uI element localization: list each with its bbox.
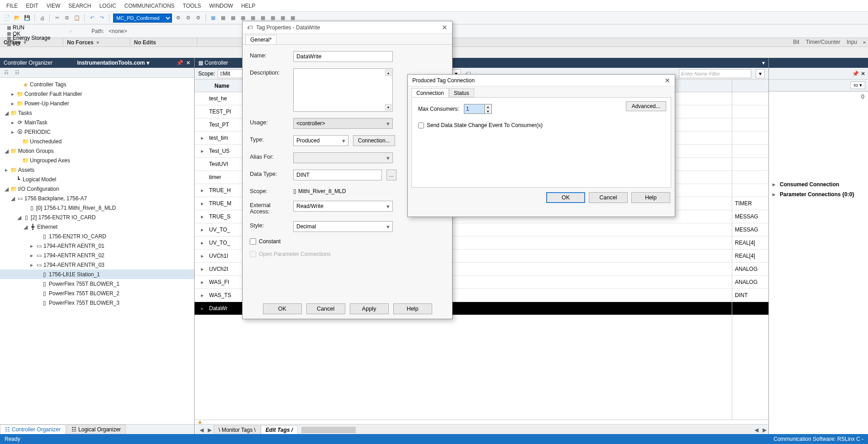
ribbon-timer-counter[interactable]: Timer/Counter [806,39,840,45]
tree-node[interactable]: ▸⟳MainTask [0,118,194,127]
tree-node[interactable]: ◢╋Ethernet [0,222,194,231]
redo-icon[interactable]: ↷ [98,14,105,22]
tab-nav-right-icon[interactable]: ▶ [205,426,214,434]
tab-logical-organizer[interactable]: ☷Logical Organizer [67,425,126,434]
horizontal-scrollbar[interactable] [301,426,752,434]
tree-node[interactable]: ▸▭1794-AENTR AENTR_03 [0,260,194,269]
prop-consumed-connection[interactable]: ▸Consumed Connection [769,179,868,189]
menu-help[interactable]: HELP [241,3,255,9]
ribbon-bit[interactable]: Bit [793,39,799,45]
scroll-up-icon[interactable]: ▴ [385,70,391,76]
open-icon[interactable]: 📂 [14,14,21,22]
help-button[interactable]: Help [631,192,670,203]
tree-node[interactable]: ▸📁Controller Fault Handler [0,89,194,99]
menu-edit[interactable]: EDIT [26,3,38,9]
type-select[interactable]: Produced [293,135,348,146]
menu-logic[interactable]: LOGIC [99,3,116,9]
expand-icon[interactable]: ▸ [10,100,15,107]
undo-icon[interactable]: ↶ [88,14,95,22]
save-icon[interactable]: 💾 [24,14,31,22]
tool-icon[interactable]: ⚙ [195,14,202,22]
state-edits[interactable]: No Edits [130,38,197,47]
chevron-right-icon[interactable]: ▸ [863,39,866,45]
tool-icon[interactable]: ⚙ [175,14,182,22]
prop-dropdown[interactable]: ro ▾ [850,81,865,89]
spin-up-icon[interactable]: ▲ [484,104,491,109]
scope-select[interactable]: ▯ Mit [218,69,245,78]
menu-search[interactable]: SEARCH [68,3,91,9]
expand-icon[interactable]: ▸ [201,292,209,298]
tree-node[interactable]: ◢📁Tasks [0,108,194,118]
expand-icon[interactable]: ▸ [29,243,34,249]
expand-icon[interactable]: ▸ [201,148,209,154]
expand-icon[interactable]: ▸ [201,187,209,194]
chevron-down-icon[interactable]: ▾ [762,60,765,66]
max-consumers-spinner[interactable]: ▲▼ [464,104,492,114]
tab-general[interactable]: General* [245,35,277,44]
close-icon[interactable]: ✕ [186,60,191,66]
ok-button[interactable]: OK [546,192,585,203]
expand-icon[interactable]: ▸ [10,91,15,97]
tree-node[interactable]: ◈Controller Tags [0,80,194,89]
expand-icon[interactable]: ▸ [201,253,209,259]
expand-icon[interactable]: ◢ [4,110,9,116]
tree-node[interactable]: ◢📁Motion Groups [0,146,194,156]
menu-communications[interactable]: COMMUNICATIONS [124,3,175,9]
menu-file[interactable]: FILE [6,3,18,9]
tree-node[interactable]: 📁Unscheduled [0,137,194,146]
tree-node[interactable]: ◢▯[2] 1756-EN2TR IO_CARD [0,213,194,222]
expand-icon[interactable]: ◢ [16,214,22,221]
paste-icon[interactable]: 📋 [73,14,81,22]
tab-nav-left-icon[interactable]: ◀ [197,426,205,434]
expand-icon[interactable]: ▸ [201,266,209,272]
connection-button[interactable]: Connection... [353,135,395,146]
expand-icon[interactable]: ▸ [10,119,15,126]
expand-icon[interactable]: ▸ [4,167,9,173]
advanced-button[interactable]: Advanced... [626,101,666,111]
style-select[interactable]: Decimal [293,221,393,232]
tree-node[interactable]: ▸▭1794-AENTR AENTR_01 [0,241,194,250]
tab-status[interactable]: Status [449,88,474,97]
tree-node[interactable]: ▯1756-L81E Station_1 [0,269,194,279]
tree-node[interactable]: 📁Ungrouped Axes [0,156,194,165]
expand-icon[interactable]: ▸ [201,135,209,141]
tree-node[interactable]: ◢📁I/O Configuration [0,184,194,194]
print-icon[interactable]: 🖨 [38,14,46,22]
tree-node[interactable]: ▯[0] 1756-L71 Mithi_River_8_MLD [0,203,194,213]
expand-icon[interactable]: ▸ [201,305,209,312]
tab-controller-organizer[interactable]: ☷Controller Organizer [0,425,66,434]
menu-tools[interactable]: TOOLS [183,3,201,9]
close-icon[interactable]: ✕ [861,71,865,77]
tree-node[interactable]: ◢▭1756 Backplane, 1756-A7 [0,194,194,203]
expand-icon[interactable]: ◢ [10,195,15,202]
tree-node[interactable]: ▯PowerFlex 755T BLOWER_3 [0,298,194,307]
pin-icon[interactable]: 📌 [852,71,859,77]
expand-icon[interactable]: ▸ [201,279,209,285]
close-icon[interactable]: ✕ [442,24,448,32]
tree-node[interactable]: ▸📁Assets [0,165,194,175]
scroll-right-icon[interactable]: ▶ [760,426,768,434]
expand-icon[interactable]: ▸ [29,252,34,259]
spin-down-icon[interactable]: ▼ [484,109,491,113]
send-state-change-checkbox[interactable] [418,123,424,128]
tab-connection[interactable]: Connection [411,88,449,97]
ribbon-input[interactable]: Inpu [847,39,857,45]
tree-node[interactable]: ▯PowerFlex 755T BLOWER_2 [0,288,194,298]
prop-parameter-connections[interactable]: ▸Parameter Connections {0:0} [769,189,868,199]
external-access-select[interactable]: Read/Write [293,201,393,212]
expand-icon[interactable]: ▸ [201,227,209,233]
new-icon[interactable]: 📄 [4,14,11,22]
tag-combo[interactable]: MC_PD_Confirmed [113,14,172,23]
tree-node[interactable]: ▸▭1794-AENTR AENTR_02 [0,250,194,260]
tab-monitor-tags[interactable]: \ Monitor Tags \ [214,425,261,434]
expand-icon[interactable]: ▸ [201,200,209,207]
help-button[interactable]: Help [393,303,432,314]
apply-button[interactable]: Apply [350,303,389,314]
ok-button[interactable]: OK [263,303,302,314]
tree-tool-icon[interactable]: ☷ [3,69,10,76]
expand-icon[interactable]: ▸ [201,213,209,220]
description-textarea[interactable]: ▴▾ [293,68,393,112]
copy-icon[interactable]: ⧉ [63,14,71,22]
controller-tree[interactable]: ◈Controller Tags▸📁Controller Fault Handl… [0,78,194,424]
expand-icon[interactable]: ▸ [29,262,34,268]
